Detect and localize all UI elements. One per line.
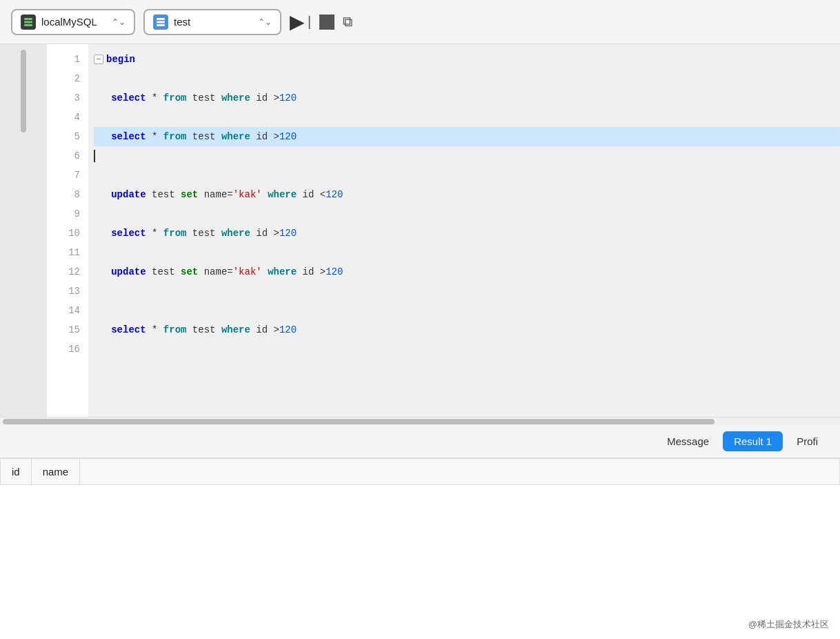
run-button[interactable]: ▶ | — [290, 10, 311, 33]
line-num: 4 — [47, 108, 80, 127]
tab-profiler[interactable]: Profi — [786, 431, 829, 451]
line-num: 5 — [47, 127, 80, 146]
results-area: id name — [0, 458, 840, 639]
keyword-where-8: where — [268, 185, 297, 204]
keyword-from-3: from — [163, 88, 187, 108]
svg-rect-0 — [24, 18, 32, 20]
code-line-8: update test set name= 'kak' where id < 1… — [94, 185, 840, 204]
code-number-15: 120 — [279, 320, 297, 340]
table-label: test — [174, 16, 190, 28]
keyword-update-8: update — [111, 185, 146, 204]
run-icon: ▶ — [290, 10, 305, 33]
keyword-update-12: update — [111, 262, 146, 282]
code-normal-15: * — [146, 320, 163, 340]
horizontal-scrollbar[interactable] — [0, 417, 840, 425]
code-number-12: 120 — [326, 262, 343, 282]
code-line-6 — [94, 146, 840, 166]
code-normal2-12: name= — [198, 262, 232, 282]
code-normal-10: * — [146, 224, 163, 243]
code-normal2-8: name= — [198, 185, 232, 204]
code-line-7 — [94, 166, 840, 185]
tab-result1[interactable]: Result 1 — [723, 431, 783, 451]
keyword-set-12: set — [181, 262, 198, 282]
code-normal2-10: test — [186, 224, 221, 243]
code-line-9 — [94, 204, 840, 224]
code-line-16 — [94, 340, 840, 359]
horizontal-scrollbar-thumb[interactable] — [3, 419, 714, 424]
code-line-11 — [94, 243, 840, 262]
code-string-12: 'kak' — [233, 262, 262, 282]
code-normal3-10: id > — [250, 224, 279, 243]
code-normal3-5: id > — [250, 127, 279, 146]
keyword-select-10: select — [111, 224, 146, 243]
code-line-15: select * from test where id > 120 — [94, 320, 840, 340]
keyword-from-5: from — [163, 127, 187, 146]
code-normal2-15: test — [186, 320, 221, 340]
tab-message[interactable]: Message — [656, 431, 720, 451]
code-number-8: 120 — [326, 185, 343, 204]
code-normal2-5: test — [186, 127, 221, 146]
table-chevron-icon: ⌃⌄ — [258, 17, 272, 27]
keyword-select-5: select — [111, 127, 146, 146]
toolbar: localMySQL ⌃⌄ test ⌃⌄ ▶ | ⧉ — [0, 0, 840, 44]
col-header-id: id — [1, 459, 32, 485]
code-normal-3: * — [146, 88, 163, 108]
keyword-from-10: from — [163, 224, 187, 243]
line-num: 15 — [47, 320, 80, 340]
svg-rect-5 — [157, 24, 165, 26]
keyword-where-15: where — [221, 320, 250, 340]
code-normal3-15: id > — [250, 320, 279, 340]
keyword-where-3: where — [221, 88, 250, 108]
results-table: id name — [0, 458, 840, 485]
code-normal-8: test — [146, 185, 181, 204]
db-chevron-icon: ⌃⌄ — [112, 17, 126, 27]
keyword-begin: begin — [106, 50, 135, 69]
line-num: 14 — [47, 301, 80, 320]
line-num: 13 — [47, 282, 80, 301]
table-selector[interactable]: test ⌃⌄ — [143, 9, 281, 35]
code-normal3-12 — [262, 262, 268, 282]
code-normal4-12: id > — [297, 262, 326, 282]
svg-rect-3 — [157, 18, 165, 20]
db-label: localMySQL — [41, 16, 97, 28]
main-container: localMySQL ⌃⌄ test ⌃⌄ ▶ | ⧉ — [0, 0, 840, 639]
fold-button-1[interactable]: − — [94, 55, 103, 64]
result-tabs: Message Result 1 Profi — [0, 425, 840, 458]
line-num: 12 — [47, 262, 80, 282]
vertical-scrollbar[interactable] — [0, 44, 47, 417]
code-line-13 — [94, 282, 840, 301]
code-normal3-8 — [262, 185, 268, 204]
keyword-set-8: set — [181, 185, 198, 204]
line-numbers: 1 2 3 4 5 6 7 8 9 10 11 12 13 14 15 16 — [47, 44, 88, 417]
line-num: 2 — [47, 69, 80, 88]
svg-rect-4 — [157, 21, 165, 23]
keyword-select-3: select — [111, 88, 146, 108]
text-cursor — [94, 150, 95, 162]
line-num: 1 — [47, 50, 80, 69]
stop-button[interactable] — [319, 14, 334, 30]
code-line-1: − begin — [94, 50, 840, 69]
code-number-10: 120 — [279, 224, 297, 243]
code-editor[interactable]: − begin select * from test where id > 12… — [88, 44, 840, 417]
col-header-empty — [80, 459, 840, 485]
db-selector[interactable]: localMySQL ⌃⌄ — [11, 9, 135, 35]
code-normal-5: * — [146, 127, 163, 146]
line-num: 10 — [47, 224, 80, 243]
code-normal3-3: id > — [250, 88, 279, 108]
svg-rect-2 — [24, 24, 32, 26]
code-normal2-3: test — [186, 88, 221, 108]
line-num: 9 — [47, 204, 80, 224]
table-header-row: id name — [1, 459, 840, 485]
code-line-2 — [94, 69, 840, 88]
watermark: @稀土掘金技术社区 — [748, 618, 829, 631]
scroll-thumb[interactable] — [21, 50, 26, 132]
line-num: 3 — [47, 88, 80, 108]
line-num: 7 — [47, 166, 80, 185]
layout-button[interactable]: ⧉ — [343, 14, 352, 30]
code-line-14 — [94, 301, 840, 320]
editor-body: 1 2 3 4 5 6 7 8 9 10 11 12 13 14 15 16 — [0, 44, 840, 417]
code-normal-12: test — [146, 262, 181, 282]
code-number-5: 120 — [279, 127, 297, 146]
db-icon — [21, 14, 36, 30]
code-number-3: 120 — [279, 88, 297, 108]
